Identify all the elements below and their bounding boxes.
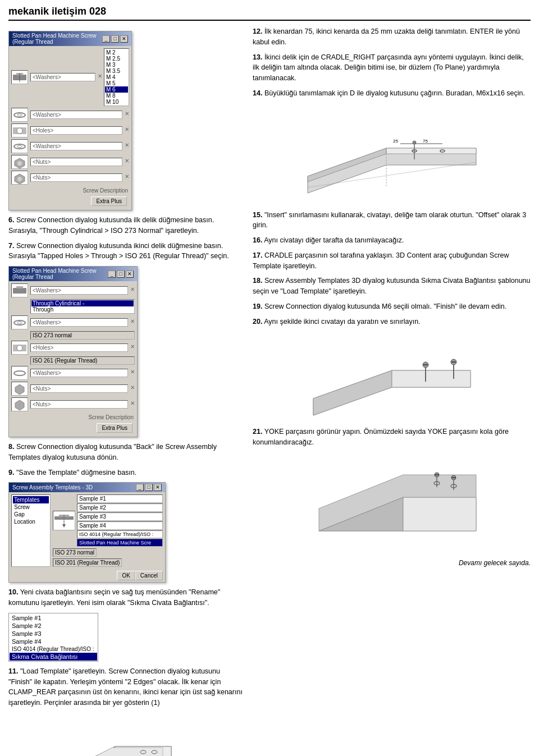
close-d2-6[interactable]: ✕ [130,400,135,409]
washers-d2-1[interactable]: <Washers> [30,286,128,295]
sat-close[interactable]: ✕ [154,484,162,491]
washers-dropdown-3[interactable]: <Washers> [30,142,122,150]
dialog1-title: Slotted Pan Head Machine Screw (Regular … [9,31,131,46]
right-main-col: 12. İlk kenardan 75, ikinci kenarda da 2… [253,26,531,756]
slotted-pan-label[interactable]: Slotted Pan Head Machine Scre [77,539,163,547]
extra-plus-button[interactable]: Extra Plus [91,196,127,206]
extra-plus-button-2[interactable]: Extra Plus [97,423,133,433]
close-icon-4[interactable]: ✕ [125,142,129,150]
rename-sample4[interactable]: Sample #4 [10,638,97,645]
holes-d2 [11,341,28,355]
nuts-d2-2[interactable]: <Nuts> [30,400,128,409]
sat-title-text: Screw Assembly Templates - 3D [12,484,93,491]
step9-content: "Save the Template" düğmesine basın. [16,469,136,476]
svg-marker-49 [392,370,471,387]
dialog1-maximize[interactable]: □ [111,35,119,43]
washers-d2-3[interactable]: <Washers> [30,369,128,377]
sat-templates-item[interactable]: Templates [13,496,49,503]
iso273-sat-label: ISO 273 normal [53,548,97,557]
washer-icon-1 [11,108,28,122]
nuts-dropdown-1[interactable]: <Nuts> [30,158,122,166]
dialog2-minimize[interactable]: _ [108,271,116,278]
sat-ok-button[interactable]: OK [117,571,135,580]
step14-num: 14. [253,89,262,97]
dialog1-minimize[interactable]: _ [102,35,110,43]
svg-marker-25 [62,524,66,528]
step-12-text: 12. İlk kenardan 75, ikinci kenarda da 2… [253,26,531,48]
through-item[interactable]: Through [31,306,134,313]
step16-content: Aynı civatayı diğer tarafta da tanımlaya… [264,236,404,244]
dialog1-close[interactable]: ✕ [120,35,128,43]
svg-text:75: 75 [423,139,428,144]
rename-sample3[interactable]: Sample #3 [10,630,97,638]
nuts-d2-1[interactable]: <Nuts> [30,384,128,393]
through-cylindrical-item[interactable]: Through Cylindrical - [31,300,134,306]
cradle-diagram-top: 75 25 [253,103,531,204]
sample2-label[interactable]: Sample #2 [77,503,163,512]
step15-num: 15. [253,211,262,219]
step18-num: 18. [253,277,262,285]
step-18-text: 18. Screw Assembly Templates 3D diyalog … [253,276,531,297]
step14-content: Büyüklüğü tanımlamak için D ile diyalog … [264,89,525,97]
sat-title: Screw Assembly Templates - 3D _ □ ✕ [9,483,165,492]
step-17-text: 17. CRADLE parçasının sol tarafına yakla… [253,250,531,272]
dialog2-close[interactable]: ✕ [126,271,134,278]
svg-point-19 [14,371,25,375]
rename-iso4014[interactable]: ISO 4014 (Regular Thread)/ISO : [10,645,97,653]
svg-marker-58 [403,497,476,531]
washers-d2-2[interactable]: <Washers> [30,318,128,327]
washer-icon-2 [11,139,28,153]
nut-d2-1 [11,382,28,396]
close-icon-2[interactable]: ✕ [125,111,129,119]
close-d2-5[interactable]: ✕ [130,384,135,393]
close-d2-3[interactable]: ✕ [130,343,135,352]
washers-dropdown-1[interactable]: <Washers> [30,73,95,81]
close-icon-6[interactable]: ✕ [125,173,129,182]
close-icon-5[interactable]: ✕ [125,158,129,166]
sat-cancel-button[interactable]: Cancel [135,571,163,580]
step8-num: 8. [8,443,14,451]
close-d2-2[interactable]: ✕ [130,318,135,327]
step-14-text: 14. Büyüklüğü tanımlamak için D ile diya… [253,88,531,99]
iso4014-label[interactable]: ISO 4014 (Regular Thread)/ISO : [77,530,163,538]
dialog2-maximize[interactable]: □ [117,271,125,278]
iso261-label: ISO 261 (Regular Thread) [30,356,135,365]
step-21-text: 21. YOKE parçasını görünür yapın. Önümüz… [253,427,531,448]
washers-dropdown-2[interactable]: <Washers> [30,111,122,119]
rename-sample1[interactable]: Sample #1 [10,614,97,622]
devami-text: Devamı gelecek sayıda. [253,559,531,567]
close-icon-3[interactable]: ✕ [125,126,129,135]
screw-dialog-1: Slotted Pan Head Machine Screw (Regular … [8,31,132,210]
holes-d2-dropdown[interactable]: <Holes> [30,343,128,352]
screw-desc-2: Screw Description [88,414,134,420]
bottom-left-diagram: (1) [8,713,244,756]
svg-marker-21 [15,400,24,410]
step20-num: 20. [253,318,262,326]
svg-point-8 [17,145,22,148]
sample1-label[interactable]: Sample #1 [77,494,163,503]
sample4-label[interactable]: Sample #4 [77,521,163,530]
svg-marker-20 [15,384,24,395]
holes-dropdown[interactable]: <Holes> [30,126,122,135]
screw-dialog-2: Slotted Pan Head Machine Screw (Regular … [8,266,138,437]
step-10-text: 10. Yeni civata bağlantısını seçin ve sa… [8,587,244,608]
close-icon-1[interactable]: ✕ [98,73,102,81]
rename-sikma[interactable]: Sıkma Civata Bağlantısı [10,653,97,661]
sat-gap-item[interactable]: Gap [13,511,49,518]
sat-minimize[interactable]: _ [136,484,144,491]
step17-content: CRADLE parçasının sol tarafına yaklaşın.… [253,251,509,270]
step-7-text: 7. Screw Connection diyalog kutusunda ik… [8,241,244,262]
sample3-label[interactable]: Sample #3 [77,512,163,521]
sat-screw-item[interactable]: Screw [13,503,49,511]
rename-sample2[interactable]: Sample #2 [10,622,97,630]
nut-icon-1 [11,155,28,169]
nut-d2-2 [11,397,28,411]
cradle-diagram-middle [253,331,531,421]
screw-desc-label: Screw Description [83,187,128,194]
close-d2-1[interactable]: ✕ [130,286,135,295]
washer-d2-3 [11,366,28,380]
sat-maximize[interactable]: □ [145,484,153,491]
sat-location-item[interactable]: Location [13,518,49,525]
close-d2-4[interactable]: ✕ [130,369,135,377]
nuts-dropdown-2[interactable]: <Nuts> [30,173,122,182]
